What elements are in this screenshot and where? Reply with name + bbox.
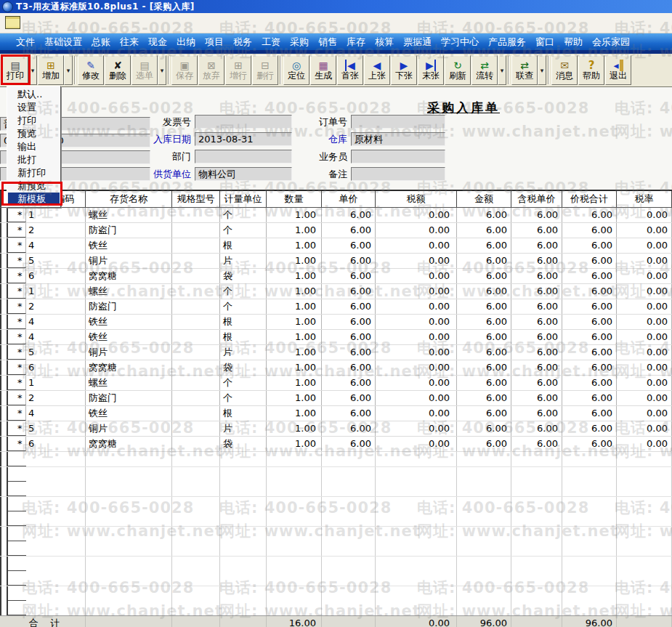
middle-field-input-1[interactable]: 2013-08-31 — [195, 132, 292, 146]
print-menu-item-5[interactable]: 批打 — [8, 153, 60, 166]
flow-button[interactable]: ⇄流转 — [471, 55, 498, 85]
cell-name: 螺丝 — [86, 208, 172, 222]
exit-button[interactable]: ◂退出 — [605, 55, 631, 85]
generate-button[interactable]: ▦生成 — [310, 55, 336, 85]
row-gutter — [0, 406, 8, 421]
menu-item-5[interactable]: 出纳 — [177, 36, 195, 49]
table-row[interactable]: *4铁丝根1.006.000.006.006.006.000.00 — [0, 330, 672, 345]
column-header-10[interactable]: 税率 — [617, 191, 672, 207]
cell-qty: 1.00 — [267, 284, 322, 299]
middle-field-input-3[interactable]: 物料公司 — [195, 167, 292, 181]
prev-button[interactable]: ◀上张 — [364, 55, 390, 85]
print-menu-item-0[interactable]: 默认.. — [8, 88, 60, 101]
link-query-dropdown-arrow[interactable]: ▾ — [538, 55, 546, 85]
exit-button-label: 退出 — [610, 71, 627, 81]
column-header-1[interactable]: 存货名称 — [86, 191, 172, 207]
cell-name: 铜片 — [86, 254, 172, 268]
table-row[interactable]: *5铜片片1.006.000.006.006.006.000.00 — [0, 421, 672, 437]
cell-tax-rate: 0.00 — [617, 345, 672, 360]
empty-cell — [220, 527, 267, 541]
table-row[interactable]: *6窝窝糖袋1.006.000.006.006.006.000.00 — [0, 269, 672, 284]
empty-cell — [172, 601, 220, 615]
first-button[interactable]: ◀首张 — [337, 55, 363, 85]
column-header-6[interactable]: 税额 — [376, 191, 457, 207]
cell-name: 铁丝 — [86, 330, 172, 344]
right-field-input-1[interactable]: 原材料 — [351, 132, 445, 146]
menu-item-2[interactable]: 总账 — [92, 36, 110, 49]
table-row[interactable]: *1螺丝个1.006.000.006.006.006.000.00 — [0, 208, 672, 223]
empty-cell — [617, 571, 672, 586]
right-field-input-2[interactable] — [351, 150, 445, 163]
column-header-8[interactable]: 含税单价 — [511, 191, 562, 207]
empty-cell — [457, 511, 511, 526]
print-menu-item-2[interactable]: 打印 — [8, 114, 60, 127]
cell-spec — [172, 376, 220, 390]
menu-item-0[interactable]: 文件 — [16, 36, 35, 49]
middle-field-input-2[interactable] — [195, 150, 292, 163]
menu-item-13[interactable]: 票据通 — [403, 36, 432, 49]
menu-item-14[interactable]: 学习中心 — [441, 36, 479, 49]
cell-spec — [172, 238, 220, 253]
column-header-9[interactable]: 价税合计 — [562, 191, 617, 207]
row-gutter — [0, 437, 8, 451]
add-button[interactable]: ⊞增加 — [38, 55, 64, 85]
print-menu-item-4[interactable]: 输出 — [8, 140, 60, 153]
menu-item-8[interactable]: 工资 — [262, 36, 280, 49]
document-icon[interactable] — [5, 16, 20, 29]
table-row[interactable]: *5铜片片1.006.000.006.006.006.000.00 — [0, 345, 672, 360]
table-row[interactable]: *6窝窝糖袋1.006.000.006.006.006.000.00 — [0, 360, 672, 376]
menu-item-10[interactable]: 销售 — [318, 36, 337, 49]
menu-item-18[interactable]: 会乐家园 — [592, 36, 630, 49]
menu-item-9[interactable]: 采购 — [290, 36, 309, 49]
message-button[interactable]: ✉消息 — [551, 55, 578, 85]
table-row[interactable]: *2防盗门个1.006.000.006.006.006.000.00 — [0, 223, 672, 238]
table-row[interactable]: *1螺丝个1.006.000.006.006.006.000.00 — [0, 376, 672, 391]
last-button[interactable]: ▶末张 — [418, 55, 444, 85]
column-header-4[interactable]: 数量 — [267, 191, 322, 207]
right-field-input-3[interactable] — [351, 167, 445, 181]
next-button[interactable]: ▶下张 — [391, 55, 417, 85]
delete-button[interactable]: ✘删除 — [105, 55, 131, 85]
column-header-3[interactable]: 计量单位 — [220, 191, 267, 207]
modify-button[interactable]: ✎修改 — [78, 55, 104, 85]
menu-item-17[interactable]: 帮助 — [564, 36, 583, 49]
table-row[interactable]: *4铁丝根1.006.000.006.006.006.000.00 — [0, 315, 672, 330]
column-header-2[interactable]: 规格型号 — [172, 191, 220, 207]
table-row[interactable]: *4铁丝根1.006.000.006.006.006.000.00 — [0, 238, 672, 254]
column-header-5[interactable]: 单价 — [322, 191, 376, 207]
menu-item-16[interactable]: 窗口 — [535, 36, 554, 49]
print-menu-item-3[interactable]: 预览 — [8, 127, 60, 140]
cell-price-with-tax: 6.00 — [511, 284, 562, 299]
row-gutter — [0, 586, 8, 601]
print-menu-item-1[interactable]: 设置 — [8, 101, 60, 114]
table-row[interactable]: *4铁丝根1.006.000.006.006.006.000.00 — [0, 406, 672, 421]
cell-name: 窝窝糖 — [86, 269, 172, 283]
cell-total-with-tax: 6.00 — [562, 360, 617, 375]
print-menu-item-6[interactable]: 新打印 — [8, 166, 60, 179]
locate-button[interactable]: ◎定位 — [283, 55, 309, 85]
table-row[interactable]: *2防盗门个1.006.000.006.006.006.000.00 — [0, 391, 672, 406]
menu-item-7[interactable]: 税务 — [233, 36, 252, 49]
flow-dropdown-arrow[interactable]: ▾ — [498, 55, 506, 85]
menu-item-1[interactable]: 基础设置 — [44, 36, 82, 49]
menu-item-12[interactable]: 核算 — [375, 36, 394, 49]
table-row[interactable]: *1螺丝个1.006.000.006.006.006.000.00 — [0, 284, 672, 299]
refresh-button[interactable]: ↻刷新 — [445, 55, 471, 85]
column-header-7[interactable]: 金额 — [457, 191, 511, 207]
help-button[interactable]: ?帮助 — [578, 55, 604, 85]
menu-item-6[interactable]: 项目 — [205, 36, 224, 49]
right-field-input-0[interactable] — [351, 115, 445, 129]
menu-item-15[interactable]: 产品服务 — [488, 36, 526, 49]
empty-cell — [562, 511, 617, 526]
menu-item-4[interactable]: 现金 — [148, 36, 167, 49]
middle-field-input-0[interactable] — [195, 115, 292, 129]
table-row[interactable]: *5铜片片1.006.000.006.006.006.000.00 — [0, 254, 672, 269]
add-dropdown-arrow[interactable]: ▾ — [64, 55, 73, 85]
table-row[interactable]: *2防盗门个1.006.000.006.006.006.000.00 — [0, 299, 672, 315]
table-row[interactable]: *6窝窝糖袋1.006.000.006.006.006.000.00 — [0, 437, 672, 452]
row-gutter — [0, 376, 8, 390]
menu-item-3[interactable]: 往来 — [120, 36, 139, 49]
link-query-button[interactable]: ⇄联查 — [511, 55, 538, 85]
menu-item-11[interactable]: 库存 — [347, 36, 365, 49]
empty-cell — [562, 467, 617, 482]
